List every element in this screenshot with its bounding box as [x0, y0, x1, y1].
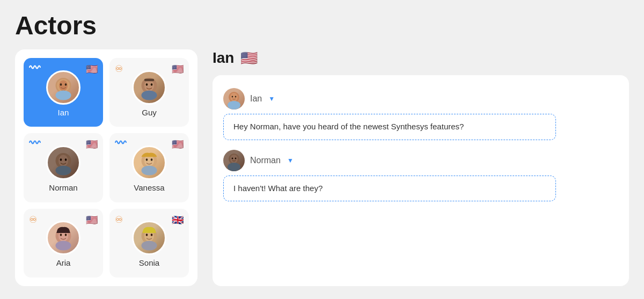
svg-point-14 — [60, 158, 62, 161]
svg-point-16 — [56, 165, 71, 175]
chat-panel: Ian 🇺🇸 — [213, 49, 629, 286]
actor-card-sonia[interactable]: ♾ 🇬🇧 Sonia — [109, 209, 189, 278]
chat-message-ian: Ian ▼ Hey Norman, have you heard of the … — [223, 88, 618, 140]
flag-vanessa: 🇺🇸 — [172, 138, 184, 150]
avatar-norman — [46, 145, 80, 180]
chevron-down-ian[interactable]: ▼ — [268, 95, 275, 103]
svg-point-38 — [230, 155, 238, 163]
avatar-sonia — [132, 221, 166, 255]
svg-point-41 — [228, 163, 240, 171]
svg-point-31 — [142, 241, 157, 251]
actor-card-ian[interactable]: 🇺🇸 Ian — [24, 58, 103, 127]
chat-header: Ian 🇺🇸 — [213, 49, 629, 67]
flag-aria: 🇺🇸 — [86, 214, 98, 226]
loop-icon-aria: ♾ — [29, 214, 37, 225]
avatar-ian — [46, 70, 80, 105]
actor-card-vanessa[interactable]: 🇺🇸 Vanessa — [109, 133, 189, 202]
svg-point-30 — [151, 234, 153, 237]
avatar-aria — [46, 221, 80, 255]
svg-point-33 — [230, 93, 238, 101]
actor-name-guy: Guy — [142, 108, 157, 117]
chat-speaker-name-ian: Ian — [250, 94, 262, 104]
svg-rect-10 — [144, 78, 154, 81]
svg-point-24 — [60, 234, 62, 237]
actor-card-norman[interactable]: 🇺🇸 Norman — [24, 133, 103, 202]
chat-speaker-norman: Norman ▼ — [223, 150, 618, 171]
svg-point-9 — [151, 83, 153, 86]
page-title: Actors — [15, 13, 629, 39]
wave-icon-norman — [29, 138, 41, 148]
loop-icon-sonia: ♾ — [115, 214, 123, 225]
svg-point-25 — [65, 234, 67, 237]
chat-bubble-ian: Hey Norman, have you heard of the newest… — [223, 114, 556, 140]
chat-speaker-name-norman: Norman — [250, 156, 281, 165]
chat-content: Ian ▼ Hey Norman, have you heard of the … — [213, 75, 629, 286]
loop-icon-guy: ♾ — [115, 63, 123, 75]
svg-point-26 — [56, 241, 71, 251]
main-layout: 🇺🇸 Ian ♾ 🇺🇸 — [15, 49, 629, 286]
svg-point-7 — [144, 79, 154, 91]
chat-avatar-norman — [223, 150, 245, 171]
flag-norman: 🇺🇸 — [86, 138, 98, 150]
actor-name-vanessa: Vanessa — [134, 183, 164, 192]
svg-point-35 — [235, 96, 237, 98]
chat-header-flag: 🇺🇸 — [240, 50, 258, 67]
actor-name-norman: Norman — [49, 183, 77, 192]
actor-name-aria: Aria — [56, 258, 71, 267]
actor-card-aria[interactable]: ♾ 🇺🇸 Aria — [24, 209, 103, 278]
svg-point-5 — [56, 90, 71, 100]
svg-point-3 — [60, 83, 62, 86]
svg-point-13 — [58, 155, 68, 166]
chat-header-name: Ian — [213, 49, 234, 67]
svg-point-15 — [65, 158, 67, 161]
chat-speaker-ian: Ian ▼ — [223, 88, 618, 110]
svg-point-40 — [235, 157, 237, 159]
svg-point-20 — [151, 158, 153, 161]
flag-sonia: 🇬🇧 — [172, 214, 184, 226]
actor-card-guy[interactable]: ♾ 🇺🇸 Guy — [109, 58, 189, 127]
avatar-vanessa — [132, 145, 166, 180]
svg-point-4 — [65, 83, 67, 86]
chat-message-norman: Norman ▼ I haven't! What are they? — [223, 150, 618, 202]
chevron-down-norman[interactable]: ▼ — [287, 157, 294, 164]
actors-panel: 🇺🇸 Ian ♾ 🇺🇸 — [15, 49, 197, 286]
svg-point-34 — [232, 96, 233, 98]
svg-point-19 — [146, 158, 148, 161]
svg-point-39 — [232, 157, 233, 159]
svg-point-2 — [59, 80, 68, 91]
wave-icon-ian — [29, 63, 41, 73]
actor-name-sonia: Sonia — [139, 258, 159, 267]
chat-avatar-ian — [223, 88, 245, 110]
chat-bubble-norman: I haven't! What are they? — [223, 176, 556, 202]
flag-ian: 🇺🇸 — [86, 63, 98, 75]
actor-name-ian: Ian — [58, 108, 69, 117]
svg-point-21 — [142, 165, 157, 175]
svg-point-29 — [146, 234, 148, 237]
svg-point-11 — [142, 90, 157, 100]
flag-guy: 🇺🇸 — [172, 63, 184, 75]
svg-point-8 — [146, 83, 148, 86]
svg-point-36 — [228, 101, 240, 110]
avatar-guy — [132, 70, 166, 105]
wave-icon-vanessa — [115, 138, 127, 148]
